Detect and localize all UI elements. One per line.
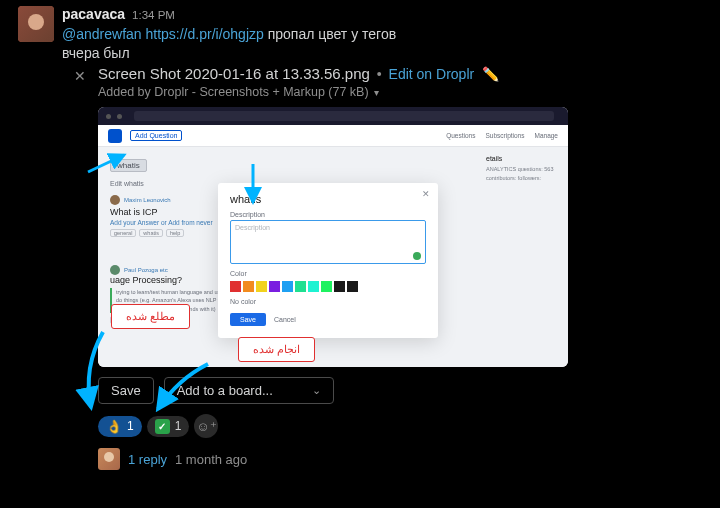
color-swatch <box>269 281 280 292</box>
reaction-count: 1 <box>127 419 134 433</box>
chevron-down-icon: ⌄ <box>312 384 321 397</box>
modal-cancel-button: Cancel <box>274 316 296 323</box>
reaction-check[interactable]: ✓ 1 <box>147 416 190 437</box>
reaction-ok-hand[interactable]: 👌 1 <box>98 416 142 437</box>
color-swatch <box>321 281 332 292</box>
field-label: Color <box>230 270 426 277</box>
url-link[interactable]: https://d.pr/i/ohgjzp <box>145 26 263 42</box>
reply-avatar[interactable] <box>98 448 120 470</box>
author-name: Maxim Leonovich <box>124 197 171 203</box>
close-icon: ✕ <box>422 189 430 199</box>
reply-time-ago: 1 month ago <box>175 452 247 467</box>
color-swatch <box>308 281 319 292</box>
reply-count-link[interactable]: 1 reply <box>128 452 167 467</box>
attachment-filename[interactable]: Screen Shot 2020-01-16 at 13.33.56.png <box>98 65 370 82</box>
username[interactable]: pacavaca <box>62 6 125 22</box>
tag: help <box>166 229 184 237</box>
close-icon[interactable]: ✕ <box>62 65 98 470</box>
sidebar-stats: ANALYTICS questions: 563 contributors: f… <box>486 165 556 183</box>
description-textarea: Description <box>230 220 426 264</box>
sidebar-heading: etails <box>486 155 556 162</box>
app-logo <box>108 129 122 143</box>
add-to-board-button[interactable]: Add to a board... ⌄ <box>164 377 334 404</box>
no-color-option: No color <box>230 298 426 305</box>
separator: • <box>374 66 385 82</box>
emoji-icon <box>413 252 421 260</box>
added-by-text: Added by Droplr - Screenshots + Markup <box>98 85 325 99</box>
mention-link[interactable]: @andrewfan <box>62 26 142 42</box>
tag: whatis <box>139 229 163 237</box>
ok-hand-icon: 👌 <box>106 419 122 434</box>
check-icon: ✓ <box>155 419 170 434</box>
chevron-down-icon[interactable]: ▾ <box>374 87 379 98</box>
color-picker <box>230 281 426 292</box>
add-reaction-button[interactable]: ☺⁺ <box>194 414 218 438</box>
color-swatch <box>256 281 267 292</box>
add-reaction-icon: ☺⁺ <box>196 419 216 434</box>
add-question-button: Add Question <box>130 130 182 141</box>
reaction-count: 1 <box>175 419 182 433</box>
annotation-label-2: انجام شده <box>238 337 315 362</box>
color-swatch <box>243 281 254 292</box>
message-text: пропал цвет у тегов <box>268 26 396 42</box>
pencil-icon: ✏️ <box>482 66 499 82</box>
author-name: Paul Pozoga etc <box>124 267 168 273</box>
nav-item: Manage <box>535 132 559 139</box>
message-timestamp: 1:34 PM <box>132 9 175 21</box>
edit-on-droplr-link[interactable]: Edit on Droplr <box>389 66 475 82</box>
nav-item: Questions <box>446 132 475 139</box>
avatar[interactable] <box>18 6 54 42</box>
message-text-2: вчера был <box>62 45 702 61</box>
color-swatch <box>282 281 293 292</box>
modal-title: whatis <box>230 193 426 205</box>
file-size: (77 kB) <box>328 85 368 99</box>
tag-pill: whatis <box>110 159 147 172</box>
field-label: Description <box>230 211 426 218</box>
modal-save-button: Save <box>230 313 266 326</box>
save-button[interactable]: Save <box>98 377 154 404</box>
color-swatch <box>347 281 358 292</box>
nav-item: Subscriptions <box>485 132 524 139</box>
color-swatch <box>295 281 306 292</box>
tag: general <box>110 229 136 237</box>
add-to-board-label: Add to a board... <box>177 383 273 398</box>
color-swatch <box>334 281 345 292</box>
color-swatch <box>230 281 241 292</box>
annotation-label-1: مطلع شده <box>111 304 190 329</box>
edit-tag-modal: ✕ whatis Description Description Color N… <box>218 183 438 338</box>
